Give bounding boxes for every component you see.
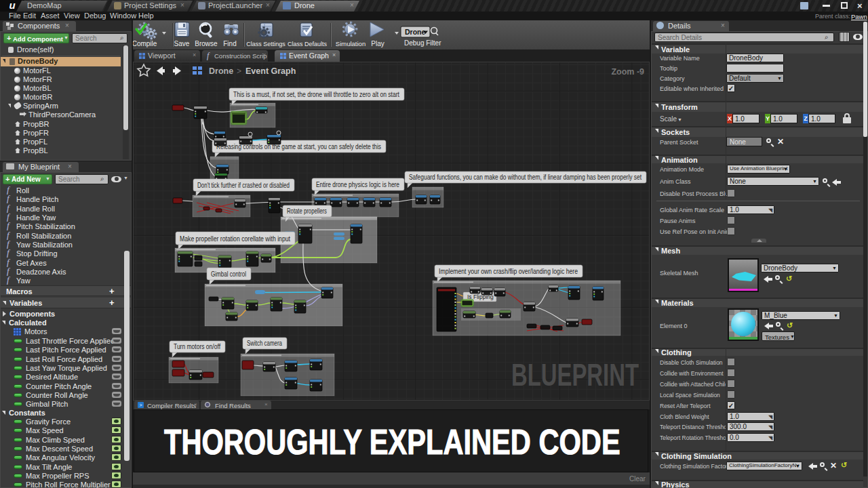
svg-text:>: > <box>237 66 241 76</box>
svg-text:Compile: Compile <box>133 40 157 47</box>
svg-text:Rotate propellers: Rotate propellers <box>287 207 327 215</box>
svg-text:Browse: Browse <box>195 40 218 47</box>
svg-text:Debug Filter: Debug Filter <box>404 39 441 47</box>
svg-text:Class Settings: Class Settings <box>246 41 285 47</box>
svg-text:Drone: Drone <box>209 66 233 76</box>
svg-text:Don't tick further if crashed: Don't tick further if crashed or disable… <box>197 181 290 189</box>
svg-text:This is a must, if not set, th: This is a must, if not set, the drone wi… <box>233 90 399 98</box>
svg-text:Class Defaults: Class Defaults <box>288 41 328 47</box>
svg-text:Event Graph: Event Graph <box>245 66 296 76</box>
svg-text:Switch camera: Switch camera <box>247 339 282 347</box>
svg-text:Zoom -9: Zoom -9 <box>611 67 644 77</box>
svg-text:Implement your own crash/flip: Implement your own crash/flip over/landi… <box>439 267 578 275</box>
svg-text:Safeguard functions, you can m: Safeguard functions, you can make do wit… <box>409 173 642 181</box>
svg-text:Drone: Drone <box>405 28 425 36</box>
svg-text:Find: Find <box>223 40 236 47</box>
svg-text:Turn motors on/off: Turn motors on/off <box>174 342 220 350</box>
svg-text:Simulation: Simulation <box>336 40 366 47</box>
svg-text:Play: Play <box>371 40 384 47</box>
svg-text:Save: Save <box>174 40 190 47</box>
svg-text:Gimbal control: Gimbal control <box>211 270 246 278</box>
svg-text:Make propeller rotation corell: Make propeller rotation corellate with i… <box>180 235 290 243</box>
svg-text:BLUEPRINT: BLUEPRINT <box>511 357 639 392</box>
svg-text:Entire drone physics logic is: Entire drone physics logic is here <box>316 180 399 188</box>
